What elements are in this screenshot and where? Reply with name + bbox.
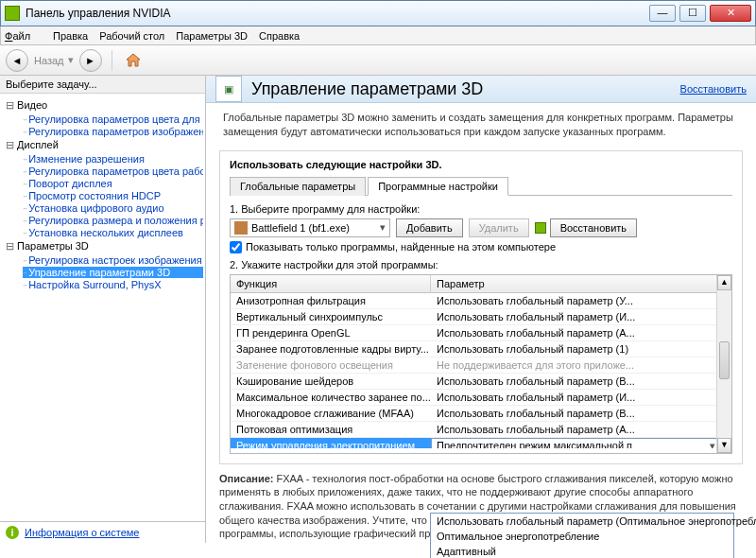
row-param[interactable]: Использовать глобальный параметр (И... — [431, 390, 731, 405]
table-row[interactable]: Затенение фонового освещенияНе поддержив… — [231, 357, 731, 374]
remove-button[interactable]: Удалить — [469, 218, 529, 237]
system-info-link[interactable]: Информация о системе — [25, 527, 139, 538]
row-param[interactable]: Не поддерживается для этого приложе... — [431, 357, 731, 373]
power-mode-dropdown[interactable]: Использовать глобальный параметр (Оптима… — [430, 513, 734, 558]
main-header: ▣ Управление параметрами 3D Восстановить — [206, 76, 756, 103]
close-button[interactable]: ✕ — [710, 5, 751, 22]
home-icon — [125, 52, 142, 69]
menu-edit[interactable]: Правка — [53, 30, 88, 42]
maximize-button[interactable]: ☐ — [679, 5, 706, 22]
row-function: Максимальное количество заранее по... — [231, 390, 431, 405]
tab-global[interactable]: Глобальные параметры — [230, 177, 366, 196]
nvidia-icon — [5, 6, 20, 21]
titlebar: Панель управления NVIDIA — ☐ ✕ — [0, 0, 756, 26]
nav-back-button[interactable]: ◄ — [6, 49, 28, 72]
grid-header-param: Параметр — [431, 275, 731, 292]
menu-help[interactable]: Справка — [259, 30, 300, 42]
tree-item[interactable]: Изменение разрешения — [23, 153, 203, 165]
tree-item[interactable]: Регулировка настроек изображения с пр — [23, 254, 203, 266]
sidebar-header: Выберите задачу... — [0, 76, 205, 94]
separator — [112, 50, 112, 71]
scroll-thumb[interactable] — [719, 341, 730, 379]
tree-item[interactable]: Регулировка параметров цвета рабочег — [23, 166, 203, 177]
tree-item[interactable]: Просмотр состояния HDCP — [23, 190, 203, 201]
grid-scrollbar[interactable]: ▲ ▼ — [716, 275, 731, 453]
nav-tree: ВидеоРегулировка параметров цвета для ви… — [0, 94, 205, 521]
settings-grid: Функция Параметр Анизотропная фильтрация… — [230, 274, 732, 454]
table-row[interactable]: Кэширование шейдеровИспользовать глобаль… — [231, 374, 731, 390]
row-function: Анизотропная фильтрация — [231, 293, 431, 308]
row-function: ГП рендеринга OpenGL — [231, 325, 431, 340]
table-row[interactable]: Анизотропная фильтрацияИспользовать глоб… — [231, 293, 731, 309]
tree-item[interactable]: Настройка Surround, PhysX — [23, 279, 203, 290]
tree-category[interactable]: Дисплей — [6, 139, 203, 151]
sysinfo-bar: i Информация о системе — [0, 521, 205, 543]
settings-box-label: Использовать следующие настройки 3D. — [230, 159, 732, 170]
row-param[interactable]: Предпочтителен режим максимальной п — [431, 438, 731, 448]
step2-label: 2. Укажите настройки для этой программы: — [230, 259, 732, 270]
program-select[interactable]: Battlefield 1 (bf1.exe) — [230, 218, 390, 237]
tabs: Глобальные параметры Программные настрой… — [230, 176, 732, 196]
table-row[interactable]: Потоковая оптимизацияИспользовать глобал… — [231, 422, 731, 438]
tree-item[interactable]: Регулировка параметров цвета для вид — [23, 113, 203, 125]
header-3d-icon: ▣ — [215, 76, 242, 102]
row-function: Заранее подготовленные кадры вирту... — [231, 341, 431, 357]
description-title: Описание: — [219, 473, 274, 484]
row-param[interactable]: Использовать глобальный параметр (У... — [431, 293, 731, 308]
step1-label: 1. Выберите программу для настройки: — [230, 203, 732, 215]
nav-back-label: Назад ▾ — [34, 54, 74, 66]
sidebar: Выберите задачу... ВидеоРегулировка пара… — [0, 76, 206, 543]
row-function: Вертикальный синхроимпульс — [231, 309, 431, 324]
row-function: Многокадровое сглаживание (MFAA) — [231, 406, 431, 421]
row-param[interactable]: Использовать глобальный параметр (А... — [431, 422, 731, 437]
tree-item[interactable]: Установка цифрового аудио — [23, 202, 203, 214]
row-param[interactable]: Использовать глобальный параметр (И... — [431, 309, 731, 324]
menu-desktop[interactable]: Рабочий стол — [99, 30, 164, 42]
table-row[interactable]: Вертикальный синхроимпульсИспользовать г… — [231, 309, 731, 325]
row-param[interactable]: Использовать глобальный параметр (1) — [431, 341, 731, 357]
table-row[interactable]: Режим управления электропитаниемПредпочт… — [231, 438, 731, 448]
menu-file[interactable]: Файл — [5, 30, 42, 42]
table-row[interactable]: Многокадровое сглаживание (MFAA)Использо… — [231, 406, 731, 422]
toolbar: ◄ Назад ▾ ► — [0, 45, 756, 76]
show-only-checkbox-label: Показывать только программы, найденные н… — [246, 241, 556, 253]
tree-item[interactable]: Регулировка размера и положения рабо — [23, 215, 203, 226]
tree-item[interactable]: Поворот дисплея — [23, 178, 203, 189]
dropdown-option[interactable]: Оптимальное энергопотребление — [431, 529, 733, 544]
menu-3d[interactable]: Параметры 3D — [176, 30, 248, 42]
show-only-checkbox[interactable]: Показывать только программы, найденные н… — [230, 241, 732, 253]
menubar: Файл Правка Рабочий стол Параметры 3D Сп… — [0, 26, 756, 45]
dropdown-option[interactable]: Использовать глобальный параметр (Оптима… — [431, 514, 733, 529]
scroll-down-button[interactable]: ▼ — [717, 438, 731, 453]
table-row[interactable]: ГП рендеринга OpenGLИспользовать глобаль… — [231, 325, 731, 341]
scroll-up-button[interactable]: ▲ — [717, 275, 731, 290]
add-button[interactable]: Добавить — [396, 218, 463, 237]
tree-item[interactable]: Регулировка параметров изображения д — [23, 126, 203, 137]
dropdown-option[interactable]: Адаптивный — [431, 544, 733, 558]
row-function: Кэширование шейдеров — [231, 374, 431, 389]
nav-forward-button[interactable]: ► — [79, 49, 102, 72]
tree-category[interactable]: Видео — [6, 99, 203, 112]
page-description: Глобальные параметры 3D можно заменить и… — [206, 103, 756, 147]
row-param[interactable]: Использовать глобальный параметр (В... — [431, 374, 731, 389]
table-row[interactable]: Максимальное количество заранее по...Исп… — [231, 390, 731, 406]
minimize-button[interactable]: — — [649, 5, 676, 22]
tab-program[interactable]: Программные настройки — [368, 177, 508, 196]
row-param[interactable]: Использовать глобальный параметр (В... — [431, 406, 731, 421]
row-function: Затенение фонового освещения — [231, 357, 431, 373]
tree-item[interactable]: Управление параметрами 3D — [23, 267, 203, 278]
row-param[interactable]: Использовать глобальный параметр (А... — [431, 325, 731, 340]
restore-link[interactable]: Восстановить — [680, 83, 747, 95]
grid-header: Функция Параметр — [231, 275, 731, 293]
home-button[interactable] — [122, 49, 145, 72]
program-icon — [234, 221, 248, 235]
window-title: Панель управления NVIDIA — [26, 7, 649, 20]
tree-item[interactable]: Установка нескольких дисплеев — [23, 227, 203, 238]
tree-category[interactable]: Параметры 3D — [6, 240, 203, 253]
row-function: Режим управления электропитанием — [231, 438, 431, 448]
show-only-checkbox-input[interactable] — [230, 241, 242, 253]
restore-button[interactable]: Восстановить — [550, 218, 637, 237]
table-row[interactable]: Заранее подготовленные кадры вирту...Исп… — [231, 341, 731, 357]
row-function: Потоковая оптимизация — [231, 422, 431, 437]
grid-header-function: Функция — [231, 275, 431, 292]
